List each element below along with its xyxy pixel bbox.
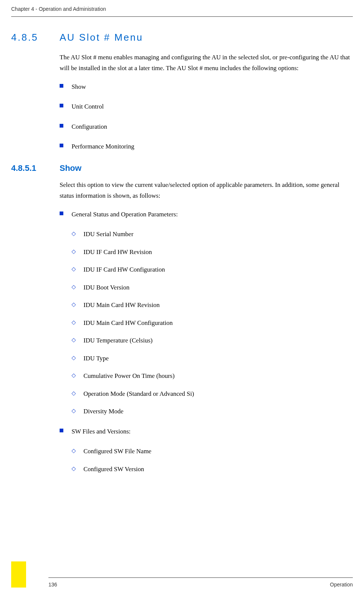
list-item: IDU Main Card HW Revision: [72, 300, 353, 310]
list-item: IDU IF Card HW Revision: [72, 247, 353, 257]
list-item: General Status and Operation Parameters:…: [60, 210, 353, 416]
sub-list: IDU Serial Number IDU IF Card HW Revisio…: [72, 229, 353, 416]
subsection-intro: Select this option to view the current v…: [60, 180, 353, 201]
list-item: Configured SW Version: [72, 464, 353, 474]
list-item: Unit Control: [60, 102, 353, 112]
footer-tab-decoration: [11, 561, 26, 588]
list-item: IDU Temperature (Celsius): [72, 336, 353, 345]
page-header: Chapter 4 - Operation and Administration: [0, 0, 364, 15]
section-number: 4.8.5: [11, 32, 60, 43]
footer-content: 136 Operation: [0, 578, 364, 588]
group-label: SW Files and Versions:: [72, 428, 131, 435]
group-label: General Status and Operation Parameters:: [72, 211, 178, 218]
list-item: IDU IF Card HW Configuration: [72, 265, 353, 275]
list-item: IDU Main Card HW Configuration: [72, 318, 353, 328]
list-item: Configured SW File Name: [72, 447, 353, 456]
list-item: IDU Boot Version: [72, 283, 353, 292]
list-item: IDU Serial Number: [72, 229, 353, 239]
subsection-number: 4.8.5.1: [11, 163, 60, 173]
subsection-title: Show: [60, 163, 82, 173]
footer-section-label: Operation: [330, 582, 353, 588]
options-list: Show Unit Control Configuration Performa…: [60, 82, 353, 151]
list-item: Cumulative Power On Time (hours): [72, 371, 353, 381]
list-item: Show: [60, 82, 353, 92]
chapter-label: Chapter 4 - Operation and Administration: [11, 6, 106, 12]
list-item: Diversity Mode: [72, 407, 353, 416]
list-item: SW Files and Versions: Configured SW Fil…: [60, 427, 353, 474]
list-item: Performance Monitoring: [60, 142, 353, 151]
section-intro: The AU Slot # menu enables managing and …: [60, 52, 353, 74]
subsection-heading: 4.8.5.1 Show: [11, 163, 353, 173]
list-item: Operation Mode (Standard or Advanced Si): [72, 389, 353, 399]
section-title: AU Slot # Menu: [60, 32, 143, 43]
page-content: 4.8.5 AU Slot # Menu The AU Slot # menu …: [0, 17, 364, 474]
groups-list: General Status and Operation Parameters:…: [60, 210, 353, 474]
page-footer: 136 Operation: [0, 577, 364, 588]
list-item: Configuration: [60, 122, 353, 132]
section-heading: 4.8.5 AU Slot # Menu: [11, 32, 353, 43]
sub-list: Configured SW File Name Configured SW Ve…: [72, 447, 353, 474]
page-number: 136: [48, 582, 57, 588]
list-item: IDU Type: [72, 354, 353, 363]
